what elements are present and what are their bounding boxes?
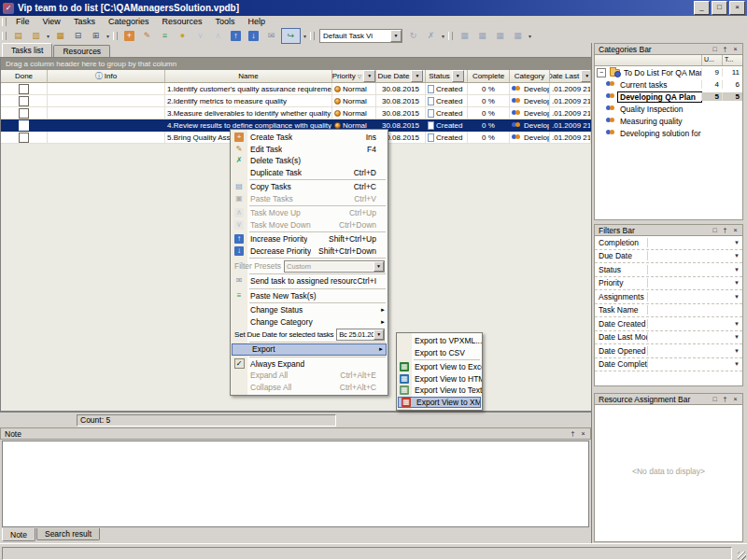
- filter-row-date-created[interactable]: Date Created▼: [595, 317, 742, 331]
- menubar-item-file[interactable]: File: [9, 16, 36, 28]
- task-view-combo[interactable]: Default Task Vi▼: [319, 29, 402, 43]
- task-move-up-button[interactable]: ∧: [210, 29, 226, 43]
- save-database-button[interactable]: ▦: [52, 29, 68, 43]
- context-menu-duplicate-task[interactable]: Duplicate TaskCtrl+D: [231, 167, 388, 179]
- context-menu-set-due-date[interactable]: Set Due Date for selected tasksBc 25.01.…: [231, 328, 388, 341]
- report-button-4[interactable]: ▦: [510, 29, 526, 43]
- column-dropdown-button[interactable]: ▼: [411, 70, 423, 82]
- combo-box[interactable]: Custom▼: [284, 260, 385, 273]
- done-checkbox[interactable]: [19, 133, 29, 143]
- chevron-down-icon[interactable]: ▼: [374, 261, 384, 272]
- chevron-down-icon[interactable]: ▼: [390, 30, 402, 42]
- chevron-down-icon[interactable]: ▼: [734, 361, 740, 367]
- delete-view-button[interactable]: ✗: [423, 29, 439, 43]
- chevron-down-icon[interactable]: ▼: [734, 294, 740, 300]
- context-menu-expand-all[interactable]: Expand AllCtrl+Alt+E: [231, 370, 388, 382]
- category-item-current-tasks[interactable]: Current tasks46: [595, 78, 742, 91]
- print-button[interactable]: ⊟: [70, 29, 86, 43]
- new-database-button[interactable]: ▤: [10, 29, 26, 43]
- context-menu-filter-presets[interactable]: Filter PresetsCustom▼: [231, 259, 388, 273]
- context-menu-task-move-down[interactable]: ∨Task Move DownCtrl+Down: [231, 219, 388, 231]
- close-icon[interactable]: ×: [730, 226, 740, 235]
- filter-value[interactable]: ▼: [648, 348, 742, 354]
- task-row-2[interactable]: 2.Identify metrics to measure qualityNor…: [1, 95, 591, 107]
- print-preview-button[interactable]: ⊞: [88, 29, 104, 43]
- tree-expander-icon[interactable]: −: [597, 68, 606, 77]
- menubar-item-categories[interactable]: Categories: [102, 16, 156, 28]
- column-header-priority[interactable]: Priority▽▼: [332, 70, 376, 83]
- context-menu-create-task[interactable]: +Create TaskIns: [231, 132, 388, 144]
- category-item-to-do-list-for-qa-managers[interactable]: −To Do List For QA Managers911: [595, 66, 742, 78]
- restore-button[interactable]: □: [712, 1, 727, 15]
- filter-icon[interactable]: ▽: [358, 73, 362, 79]
- filter-row-status[interactable]: Status▼: [595, 263, 742, 277]
- categories-count-column-2[interactable]: T...: [722, 55, 742, 65]
- restore-icon[interactable]: □: [710, 226, 720, 235]
- bottom-tab-search-result[interactable]: Search result: [36, 528, 100, 540]
- column-dropdown-button[interactable]: ▼: [452, 70, 464, 82]
- column-header-category[interactable]: Category: [510, 70, 550, 83]
- context-menu-task-move-up[interactable]: ∧Task Move UpCtrl+Up: [231, 207, 388, 219]
- context-menu-collapse-all[interactable]: Collapse AllCtrl+Alt+C: [231, 382, 388, 394]
- category-item-quality-inspection[interactable]: Quality Inspection: [595, 103, 742, 115]
- filter-row-date-opened[interactable]: Date Opened▼: [595, 344, 742, 358]
- filter-value[interactable]: ▼: [648, 321, 742, 327]
- create-task-button[interactable]: +: [121, 29, 137, 43]
- task-row-1[interactable]: 1.Identify customer's quality assurance …: [1, 83, 591, 95]
- submenu-export-view-to-text[interactable]: ▦Export View to Text: [397, 385, 482, 397]
- edit-task-button[interactable]: ✎: [139, 29, 155, 43]
- export-menu-caret[interactable]: ▾: [302, 33, 308, 39]
- chevron-down-icon[interactable]: ▼: [734, 321, 740, 327]
- filter-row-date-last-modifi[interactable]: Date Last Modifi▼: [595, 331, 742, 345]
- column-header-complete[interactable]: Complete: [468, 70, 510, 83]
- context-menu-change-status[interactable]: Change Status►: [231, 304, 388, 316]
- filter-value[interactable]: ▼: [648, 334, 742, 340]
- pin-icon[interactable]: †: [568, 429, 578, 439]
- menubar-item-tools[interactable]: Tools: [208, 16, 241, 28]
- save-view-button[interactable]: ↻: [405, 29, 421, 43]
- filter-value[interactable]: ▼: [648, 267, 742, 273]
- export-button[interactable]: ↪: [281, 28, 301, 44]
- filter-row-assignments[interactable]: Assignments▼: [595, 290, 742, 304]
- report-button-1[interactable]: ▦: [457, 29, 472, 43]
- categories-count-column-1[interactable]: U...: [701, 55, 722, 65]
- done-checkbox[interactable]: [19, 96, 29, 106]
- context-menu-export[interactable]: Export►: [232, 343, 387, 356]
- filter-row-completion[interactable]: Completion▼: [595, 236, 742, 250]
- filter-row-due-date[interactable]: Due Date▼: [595, 250, 742, 264]
- minimize-button[interactable]: _: [694, 1, 710, 15]
- submenu-export-view-to-html[interactable]: ▦Export View to HTML: [397, 373, 482, 385]
- context-menu-copy-tasks[interactable]: ▤Copy TasksCtrl+C: [231, 181, 388, 193]
- close-icon[interactable]: ×: [578, 429, 588, 439]
- filter-row-priority[interactable]: Priority▼: [595, 277, 742, 291]
- filter-value[interactable]: ▼: [648, 240, 742, 245]
- menubar-item-help[interactable]: Help: [241, 16, 272, 28]
- close-icon[interactable]: ×: [730, 45, 740, 54]
- chevron-down-icon[interactable]: ▼: [374, 329, 384, 340]
- filter-row-date-completed[interactable]: Date Completed▼: [595, 358, 742, 372]
- report-menu-caret[interactable]: ▾: [527, 33, 533, 39]
- menubar-item-resources[interactable]: Resources: [155, 16, 208, 28]
- print-menu-caret[interactable]: ▾: [105, 33, 111, 39]
- chevron-down-icon[interactable]: ▼: [734, 280, 740, 286]
- combo-box[interactable]: Bc 25.01.2009▼: [336, 329, 385, 341]
- done-checkbox[interactable]: [19, 84, 29, 94]
- column-dropdown-button[interactable]: ▼: [363, 70, 375, 82]
- context-menu-change-category[interactable]: Change Category►: [231, 316, 388, 329]
- send-task-button[interactable]: ✉: [263, 29, 279, 43]
- open-database-menu-caret[interactable]: ▾: [45, 33, 51, 39]
- done-checkbox[interactable]: [19, 108, 29, 119]
- submenu-export-to-csv[interactable]: Export to CSV: [397, 347, 482, 359]
- menubar-item-tasks[interactable]: Tasks: [67, 16, 102, 28]
- context-menu-decrease-priority[interactable]: ↓Decrease PriorityShift+Ctrl+Down: [231, 245, 388, 258]
- restore-icon[interactable]: □: [710, 45, 720, 54]
- decrease-priority-button[interactable]: ↓: [246, 29, 261, 43]
- bottom-tab-note[interactable]: Note: [2, 528, 35, 541]
- submenu-export-view-to-excel[interactable]: ▦Export View to Excel: [397, 361, 482, 373]
- filter-value[interactable]: ▼: [648, 361, 742, 367]
- context-menu-increase-priority[interactable]: ↑Increase PriorityShift+Ctrl+Up: [231, 233, 388, 245]
- tab-resources[interactable]: Resources: [53, 45, 110, 57]
- column-header-status[interactable]: Status▼: [426, 70, 468, 83]
- assign-resource-button[interactable]: ●: [175, 29, 190, 43]
- category-item-developing-solution-for-improvem[interactable]: Developing solution for improvem: [595, 127, 742, 139]
